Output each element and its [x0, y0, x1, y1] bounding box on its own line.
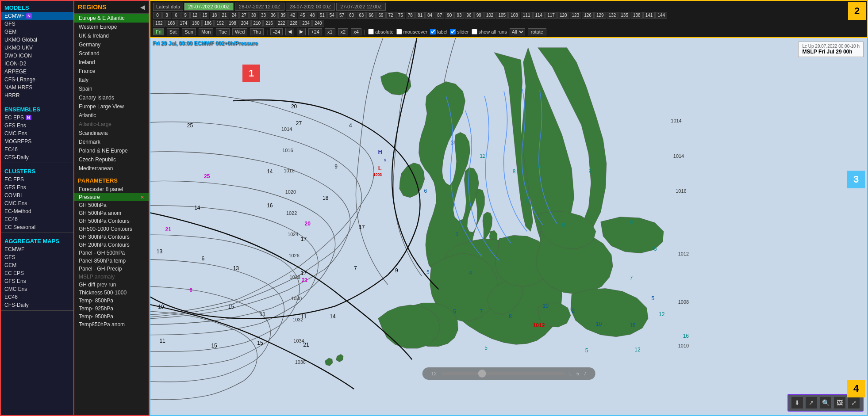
timestep-btn-222[interactable]: 222 — [276, 20, 288, 27]
timestep-btn-57[interactable]: 57 — [337, 12, 346, 19]
ctrl-btn-24[interactable]: +24 — [308, 28, 322, 35]
timestep-btn-240[interactable]: 240 — [312, 20, 324, 27]
model-item-cfs-lrange[interactable]: CFS-LRange — [1, 76, 73, 84]
timestep-btn-99[interactable]: 99 — [474, 12, 484, 19]
timestep-btn-168[interactable]: 168 — [165, 20, 177, 27]
day-btn-wed[interactable]: Wed — [232, 28, 247, 35]
param-item-pressure[interactable]: Pressure✕ — [74, 193, 149, 201]
region-item-atlantic-large[interactable]: Atlantic-Large — [74, 120, 149, 129]
timestep-btn-141[interactable]: 141 — [643, 12, 655, 19]
timestep-btn-144[interactable]: 144 — [655, 12, 667, 19]
forecaster-panel-item[interactable]: Forecaster 8 panel — [74, 185, 149, 193]
region-item-ireland[interactable]: Ireland — [74, 58, 149, 67]
region-item-uk-and-ireland[interactable]: UK & Ireland — [74, 31, 149, 40]
model-item-ec46[interactable]: EC46 — [1, 293, 73, 301]
timestep-btn-33[interactable]: 33 — [259, 12, 268, 19]
timestep-btn-39[interactable]: 39 — [278, 12, 288, 19]
regions-collapse-btn[interactable]: ◀ — [140, 4, 145, 11]
day-btn-thu[interactable]: Thu — [250, 28, 264, 35]
timestep-btn-6[interactable]: 6 — [172, 12, 181, 19]
timestep-btn-69[interactable]: 69 — [376, 12, 385, 19]
model-item-icon-d2[interactable]: ICON-D2 — [1, 60, 73, 68]
model-item-ecmwf[interactable]: ECMWF — [1, 245, 73, 253]
region-item-europe-large-view[interactable]: Europe Large View — [74, 102, 149, 111]
timestep-btn-216[interactable]: 216 — [263, 20, 275, 27]
timestep-btn-102[interactable]: 102 — [484, 12, 496, 19]
model-item-ec-method[interactable]: EC-Method — [1, 207, 73, 215]
param-item-gh-500hpa[interactable]: GH 500hPa — [74, 201, 149, 209]
timestep-btn-84[interactable]: 84 — [425, 12, 434, 19]
model-item-ec46[interactable]: EC46 — [1, 215, 73, 223]
timestep-btn-198[interactable]: 198 — [227, 20, 238, 27]
timestep-btn-174[interactable]: 174 — [177, 20, 189, 27]
slider-overlay[interactable]: 12 L 5 7 — [422, 367, 595, 380]
region-item-scandinavia[interactable]: Scandinavia — [74, 129, 149, 137]
timestep-btn-135[interactable]: 135 — [618, 12, 630, 19]
ctrl-btn-24[interactable]: -24 — [270, 28, 283, 35]
model-item-gem[interactable]: GEM — [1, 28, 73, 36]
timestep-btn-138[interactable]: 138 — [631, 12, 643, 19]
timestep-btn-45[interactable]: 45 — [298, 12, 307, 19]
model-item-gfs-ens[interactable]: GFS Ens — [1, 183, 73, 191]
timestep-btn-3[interactable]: 3 — [162, 12, 171, 19]
model-item-gem[interactable]: GEM — [1, 261, 73, 269]
region-item-germany[interactable]: Germany — [74, 40, 149, 49]
checkbox-slider[interactable]: slider — [450, 29, 469, 34]
timestep-btn-192[interactable]: 192 — [214, 20, 226, 27]
model-item-ec-seasonal[interactable]: EC Seasonal — [1, 223, 73, 231]
timestep-btn-186[interactable]: 186 — [202, 20, 214, 27]
checkbox-input-mouseover[interactable] — [396, 29, 402, 34]
timestep-btn-228[interactable]: 228 — [288, 20, 300, 27]
zoom-icon[interactable]: 🔍 — [819, 397, 832, 409]
model-item-ecmwf[interactable]: ECMWFN — [1, 12, 73, 20]
image-icon[interactable]: 🖼 — [833, 397, 846, 409]
param-item-thickness-500-1000[interactable]: Thickness 500-1000 — [74, 289, 149, 297]
timestep-btn-42[interactable]: 42 — [288, 12, 297, 19]
region-item-atlantic[interactable]: Atlantic — [74, 111, 149, 120]
model-item-gfs-ens[interactable]: GFS Ens — [1, 277, 73, 285]
timestep-btn-96[interactable]: 96 — [465, 12, 474, 19]
timestep-btn-66[interactable]: 66 — [366, 12, 376, 19]
timestep-btn-90[interactable]: 90 — [445, 12, 454, 19]
timestep-btn-75[interactable]: 75 — [396, 12, 405, 19]
region-item-europe-and-e-atlantic[interactable]: Europe & E Atlantic — [74, 14, 149, 23]
checkbox-label[interactable]: label — [430, 29, 447, 34]
checkbox-input-slider[interactable] — [450, 29, 456, 34]
model-item-gfs-ens[interactable]: GFS Ens — [1, 122, 73, 130]
timestep-btn-120[interactable]: 120 — [557, 12, 569, 19]
region-item-western-europe[interactable]: Western Europe — [74, 23, 149, 31]
checkbox-input-label[interactable] — [430, 29, 436, 34]
model-item-gfs[interactable]: GFS — [1, 20, 73, 28]
model-item-dwd-icon[interactable]: DWD ICON — [1, 52, 73, 60]
region-item-france[interactable]: France — [74, 67, 149, 76]
timestamp-btn-28-07-2022-00:00Z[interactable]: 28-07-2022 00:00Z — [286, 3, 335, 11]
download-icon[interactable]: ⬇ — [791, 397, 803, 409]
param-item-temp850hpa-anom[interactable]: Temp850hPa anom — [74, 321, 149, 328]
checkbox-absolute[interactable]: absolute — [368, 29, 394, 34]
timestamp-btn-29-07-2022-00:00Z[interactable]: 29-07-2022 00:00Z — [184, 3, 234, 11]
param-item-gh-300hpa-contours[interactable]: GH 300hPa Contours — [74, 233, 149, 241]
timestep-btn-234[interactable]: 234 — [300, 20, 312, 27]
model-item-combi[interactable]: COMBI — [1, 191, 73, 199]
region-item-poland-and-ne-europe[interactable]: Poland & NE Europe — [74, 146, 149, 155]
model-item-cmc-ens[interactable]: CMC Ens — [1, 130, 73, 137]
checkbox-show-all-runs[interactable]: show all runs — [472, 29, 507, 34]
model-item-nam-hres[interactable]: NAM HRES — [1, 84, 73, 92]
timestep-btn-93[interactable]: 93 — [454, 12, 464, 19]
rotate-btn[interactable]: rotate — [528, 28, 546, 35]
timestep-btn-36[interactable]: 36 — [269, 12, 278, 19]
checkbox-input-absolute[interactable] — [368, 29, 374, 34]
model-item-hrrr[interactable]: HRRR — [1, 92, 73, 99]
timestep-btn-108[interactable]: 108 — [508, 12, 520, 19]
timestep-btn-63[interactable]: 63 — [357, 12, 366, 19]
region-item-denmark[interactable]: Denmark — [74, 137, 149, 146]
timestep-btn-30[interactable]: 30 — [249, 12, 258, 19]
slider-track[interactable] — [441, 372, 565, 375]
slider-thumb[interactable] — [478, 370, 486, 378]
region-item-czech-republic[interactable]: Czech Republic — [74, 155, 149, 164]
day-btn-sun[interactable]: Sun — [182, 28, 196, 35]
timestep-btn-9[interactable]: 9 — [181, 12, 190, 19]
param-item-gh-diff-prev-run[interactable]: GH diff prev run — [74, 281, 149, 289]
param-item-temp--925hpa[interactable]: Temp- 925hPa — [74, 305, 149, 313]
day-btn-mon[interactable]: Mon — [199, 28, 213, 35]
